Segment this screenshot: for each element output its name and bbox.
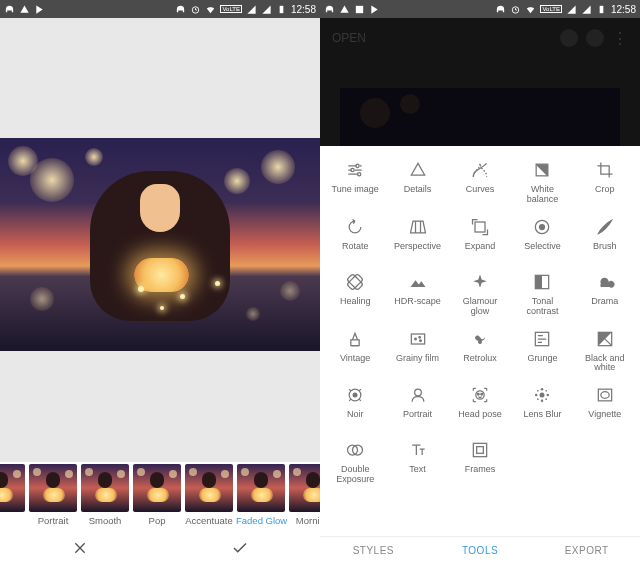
tool-label: Details bbox=[404, 185, 432, 203]
tool-double-exposure[interactable]: DoubleExposure bbox=[324, 440, 386, 485]
battery-icon bbox=[276, 4, 287, 15]
tool-label: Frames bbox=[465, 465, 496, 483]
status-bar: VoLTE 12:58 bbox=[0, 0, 320, 18]
tool-white-balance[interactable]: Whitebalance bbox=[511, 160, 573, 205]
filter-item[interactable] bbox=[0, 464, 26, 515]
svg-point-6 bbox=[351, 168, 354, 171]
tool-perspective[interactable]: Perspective bbox=[386, 217, 448, 260]
wifi-icon bbox=[205, 4, 216, 15]
alarm-icon bbox=[510, 4, 521, 15]
svg-point-34 bbox=[537, 390, 539, 392]
tool-head-pose[interactable]: Head pose bbox=[449, 385, 511, 428]
tool-drama[interactable]: Drama bbox=[574, 272, 636, 317]
tool-label: Noir bbox=[347, 410, 364, 428]
tool-label: Crop bbox=[595, 185, 615, 203]
tool-vintage[interactable]: Vintage bbox=[324, 329, 386, 374]
tool-tune-image[interactable]: Tune image bbox=[324, 160, 386, 205]
tool-noir[interactable]: Noir bbox=[324, 385, 386, 428]
svg-point-37 bbox=[546, 399, 548, 401]
check-icon bbox=[231, 539, 249, 557]
tool-text[interactable]: Text bbox=[386, 440, 448, 485]
tool-healing[interactable]: Healing bbox=[324, 272, 386, 317]
tool-frames[interactable]: Frames bbox=[449, 440, 511, 485]
tool-crop[interactable]: Crop bbox=[574, 160, 636, 205]
black-and-white-icon bbox=[595, 329, 615, 349]
filter-item-morning[interactable]: Morning bbox=[288, 464, 320, 526]
svg-rect-42 bbox=[473, 444, 486, 457]
filter-item-accentuate[interactable]: Accentuate bbox=[184, 464, 234, 526]
tool-label: Brush bbox=[593, 242, 617, 260]
drama-icon bbox=[595, 272, 615, 292]
tab-export[interactable]: EXPORT bbox=[533, 537, 640, 564]
styles-editor-panel: VoLTE 12:58 PortraitSmoothPopAccentuateF… bbox=[0, 0, 320, 564]
bottom-action-bar bbox=[0, 532, 320, 564]
svg-point-7 bbox=[358, 173, 361, 176]
rotate-icon bbox=[345, 217, 365, 237]
tool-vignette[interactable]: Vignette bbox=[574, 385, 636, 428]
tool-label: Text bbox=[409, 465, 426, 483]
battery-icon bbox=[596, 4, 607, 15]
tool-grainy-film[interactable]: Grainy film bbox=[386, 329, 448, 374]
filter-strip[interactable]: PortraitSmoothPopAccentuateFaded GlowMor… bbox=[0, 462, 320, 532]
grainy-film-icon bbox=[408, 329, 428, 349]
svg-point-33 bbox=[547, 394, 550, 397]
tool-hdr-scape[interactable]: HDR-scape bbox=[386, 272, 448, 317]
confirm-button[interactable] bbox=[160, 532, 320, 564]
portrait-icon bbox=[408, 385, 428, 405]
tool-label: Vintage bbox=[340, 354, 370, 372]
svg-point-30 bbox=[541, 388, 544, 391]
filter-label: Morning bbox=[288, 515, 320, 526]
svg-point-29 bbox=[540, 393, 545, 398]
svg-rect-1 bbox=[280, 5, 284, 12]
tools-panel: VoLTE 12:58 OPEN ⋮ Tune imageDetailsCurv… bbox=[320, 0, 640, 564]
tool-retrolux[interactable]: Retrolux bbox=[449, 329, 511, 374]
volte-icon: VoLTE bbox=[540, 5, 562, 13]
signal-icon bbox=[566, 4, 577, 15]
play-store-icon bbox=[34, 4, 45, 15]
tool-portrait[interactable]: Portrait bbox=[386, 385, 448, 428]
filter-label: Faded Glow bbox=[236, 515, 286, 526]
status-bar: VoLTE 12:58 bbox=[320, 0, 640, 18]
tool-grunge[interactable]: Grunge bbox=[511, 329, 573, 374]
filter-item-portrait[interactable]: Portrait bbox=[28, 464, 78, 526]
curves-icon bbox=[470, 160, 490, 180]
svg-point-31 bbox=[541, 400, 544, 403]
tool-label: Black andwhite bbox=[585, 354, 625, 374]
bottom-tabs: STYLES TOOLS EXPORT bbox=[320, 536, 640, 564]
svg-point-5 bbox=[356, 164, 359, 167]
hdr-scape-icon bbox=[408, 272, 428, 292]
tool-rotate[interactable]: Rotate bbox=[324, 217, 386, 260]
svg-rect-9 bbox=[475, 222, 485, 232]
drive-icon bbox=[339, 4, 350, 15]
tool-expand[interactable]: Expand bbox=[449, 217, 511, 260]
healing-icon bbox=[345, 272, 365, 292]
tool-black-and-white[interactable]: Black andwhite bbox=[574, 329, 636, 374]
filter-item-pop[interactable]: Pop bbox=[132, 464, 182, 526]
svg-rect-4 bbox=[600, 5, 604, 12]
tool-label: Head pose bbox=[458, 410, 502, 428]
tool-label: Tune image bbox=[332, 185, 379, 203]
filter-item-smooth[interactable]: Smooth bbox=[80, 464, 130, 526]
svg-point-39 bbox=[601, 392, 609, 399]
photo-canvas[interactable] bbox=[0, 138, 320, 351]
cancel-button[interactable] bbox=[0, 532, 160, 564]
headphones-icon bbox=[175, 4, 186, 15]
svg-rect-15 bbox=[536, 275, 543, 288]
clock: 12:58 bbox=[611, 4, 636, 15]
tab-styles[interactable]: STYLES bbox=[320, 537, 427, 564]
tool-tonal-contrast[interactable]: Tonalcontrast bbox=[511, 272, 573, 317]
tool-brush[interactable]: Brush bbox=[574, 217, 636, 260]
svg-point-19 bbox=[418, 336, 420, 338]
tool-glamour-glow[interactable]: Glamourglow bbox=[449, 272, 511, 317]
tool-curves[interactable]: Curves bbox=[449, 160, 511, 205]
tool-selective[interactable]: Selective bbox=[511, 217, 573, 260]
tab-tools[interactable]: TOOLS bbox=[427, 537, 534, 564]
tool-details[interactable]: Details bbox=[386, 160, 448, 205]
tool-lens-blur[interactable]: Lens Blur bbox=[511, 385, 573, 428]
filter-item-faded-glow[interactable]: Faded Glow bbox=[236, 464, 286, 526]
tool-label: Perspective bbox=[394, 242, 441, 260]
signal-icon bbox=[246, 4, 257, 15]
crop-icon bbox=[595, 160, 615, 180]
clock: 12:58 bbox=[291, 4, 316, 15]
tool-label: Lens Blur bbox=[523, 410, 561, 428]
